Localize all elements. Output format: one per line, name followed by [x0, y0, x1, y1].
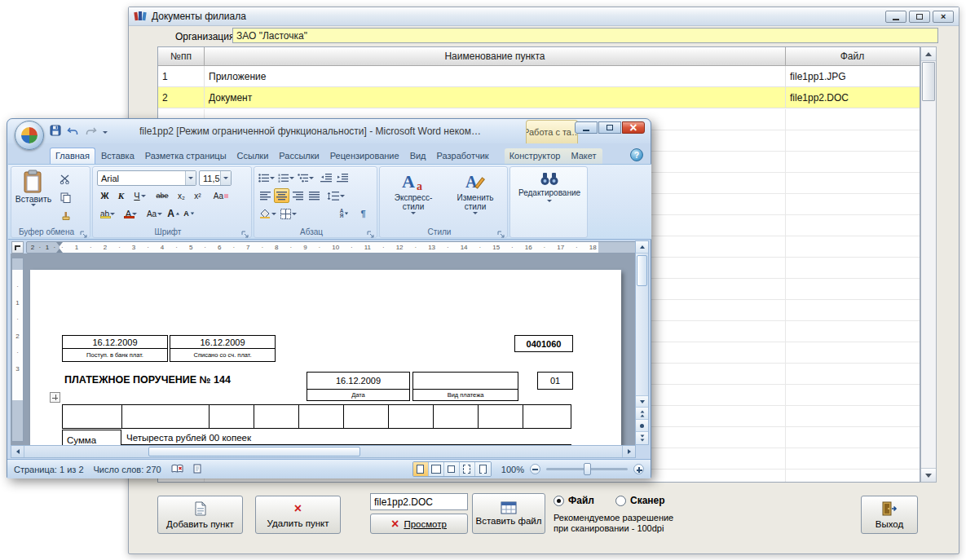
scroll-up-button[interactable] [921, 47, 936, 61]
vertical-ruler[interactable]: ·1·2·3 [11, 258, 24, 442]
hanging-indent-marker[interactable] [56, 249, 63, 253]
tab-references[interactable]: Ссылки [232, 148, 274, 164]
column-header-name[interactable]: Наименование пункта [205, 47, 786, 65]
insert-file-button[interactable]: Вставить файл [472, 493, 545, 534]
subscript-button[interactable]: x₂ [174, 188, 189, 203]
tab-home[interactable]: Главная [50, 148, 95, 164]
borders-button[interactable] [279, 206, 298, 221]
strikethrough-button[interactable]: abe [152, 188, 172, 203]
doc-scroll-down-button[interactable] [636, 395, 648, 408]
status-word-count[interactable]: Число слов: 270 [94, 465, 161, 474]
minimize-button[interactable] [885, 11, 906, 23]
doc-scroll-up-button[interactable] [636, 241, 648, 254]
word-vscrollbar[interactable] [635, 240, 649, 445]
tab-developer[interactable]: Разработчик [432, 148, 494, 164]
align-left-button[interactable] [258, 188, 273, 203]
tab-view[interactable]: Вид [405, 148, 431, 164]
radio-scanner-circle[interactable] [615, 496, 626, 506]
word-hscrollbar[interactable] [11, 445, 636, 458]
bullets-button[interactable] [258, 170, 276, 185]
shading-button[interactable] [258, 206, 277, 221]
change-styles-button[interactable]: А Изменить стили [446, 170, 505, 227]
increase-indent-button[interactable] [334, 170, 350, 185]
select-browse-object-button[interactable] [636, 420, 648, 432]
status-page-count[interactable]: Страница: 1 из 2 [14, 465, 84, 474]
superscript-button[interactable]: x² [190, 188, 205, 203]
branch-window-titlebar[interactable]: Документы филиала × [129, 7, 959, 26]
italic-button[interactable]: К [113, 188, 129, 203]
save-button[interactable] [50, 125, 61, 139]
font-name-dropdown-icon[interactable] [185, 171, 196, 185]
file-name-input[interactable] [370, 493, 468, 510]
word-close-button[interactable]: × [622, 121, 645, 134]
font-size-dropdown-icon[interactable] [220, 171, 231, 185]
zoom-slider-track[interactable] [546, 468, 628, 470]
next-page-button[interactable] [636, 432, 648, 444]
column-header-num[interactable]: №пп [158, 47, 205, 65]
view-fullscreen-button[interactable] [429, 462, 444, 476]
view-print-layout-button[interactable] [413, 462, 429, 476]
view-outline-button[interactable] [460, 462, 475, 476]
editing-button[interactable]: Редактирование [514, 171, 585, 228]
undo-button[interactable] [67, 125, 79, 139]
font-color-button[interactable]: А [121, 206, 142, 221]
clipboard-dialog-launcher[interactable] [80, 227, 88, 236]
tab-selector[interactable] [11, 241, 24, 254]
format-painter-button[interactable] [57, 209, 73, 223]
column-header-file[interactable]: Файл [786, 47, 919, 65]
font-dialog-launcher[interactable] [241, 227, 249, 236]
proofing-icon[interactable] [193, 464, 203, 475]
tab-table-layout[interactable]: Макет [566, 148, 601, 164]
zoom-in-button[interactable] [633, 464, 644, 474]
quick-styles-button[interactable]: Аа Экспресс-стили [384, 170, 443, 227]
underline-button[interactable]: Ч [130, 188, 150, 203]
tab-table-design[interactable]: Конструктор [505, 148, 566, 164]
zoom-level[interactable]: 100% [501, 465, 524, 474]
numbering-button[interactable] [277, 170, 295, 185]
grow-font-button[interactable]: А [166, 206, 181, 221]
qat-customize-icon[interactable] [103, 131, 108, 134]
zoom-slider-thumb[interactable] [584, 463, 591, 475]
radio-file-circle[interactable] [554, 496, 564, 506]
zoom-out-button[interactable] [530, 464, 540, 474]
table-row[interactable]: 1 Приложение file1pp1.JPG [158, 66, 920, 87]
change-case-button[interactable]: Aa [144, 206, 165, 221]
paragraph-dialog-launcher[interactable] [367, 227, 375, 236]
horizontal-ruler[interactable]: 2·1· ·1·2·3·4·5·6·7·8·9·10·11·12·13·14·1… [26, 241, 637, 254]
shrink-font-button[interactable]: А [182, 206, 196, 221]
paste-button[interactable]: Вставить [15, 170, 52, 227]
preview-button[interactable]: × Просмотр [370, 514, 468, 534]
close-button[interactable]: × [933, 11, 954, 23]
align-right-button[interactable] [290, 188, 306, 203]
justify-button[interactable] [307, 188, 322, 203]
doc-hscroll-thumb[interactable] [148, 447, 360, 456]
scroll-down-button[interactable] [921, 468, 936, 482]
tab-review[interactable]: Рецензирование [325, 148, 404, 164]
radio-scanner[interactable]: Сканер [615, 495, 665, 506]
doc-vscroll-thumb[interactable] [637, 255, 647, 286]
doc-scroll-right-button[interactable] [622, 446, 635, 457]
bold-button[interactable]: Ж [97, 188, 112, 203]
cut-button[interactable] [57, 172, 73, 186]
maximize-button[interactable] [909, 11, 930, 23]
table-move-handle[interactable] [50, 392, 60, 403]
decrease-indent-button[interactable] [318, 170, 333, 185]
help-button[interactable]: ? [630, 148, 643, 161]
previous-page-button[interactable] [636, 408, 648, 420]
office-button[interactable] [15, 121, 44, 150]
scrollbar-thumb[interactable] [922, 62, 935, 101]
font-name-combo[interactable]: Arial [97, 170, 196, 186]
doc-scroll-left-button[interactable] [11, 446, 24, 457]
styles-dialog-launcher[interactable] [497, 227, 505, 236]
tab-mailings[interactable]: Рассылки [274, 148, 324, 164]
align-center-button[interactable] [274, 188, 289, 203]
tab-page-layout[interactable]: Разметка страницы [140, 148, 232, 164]
show-paragraph-marks-button[interactable]: ¶ [355, 206, 371, 221]
radio-file[interactable]: Файл [554, 495, 594, 506]
copy-button[interactable] [57, 191, 73, 205]
sort-button[interactable]: АЯ [336, 206, 353, 221]
organization-input[interactable] [232, 28, 938, 43]
redo-button[interactable] [85, 125, 97, 139]
view-draft-button[interactable] [475, 462, 491, 476]
view-web-layout-button[interactable] [444, 462, 460, 476]
